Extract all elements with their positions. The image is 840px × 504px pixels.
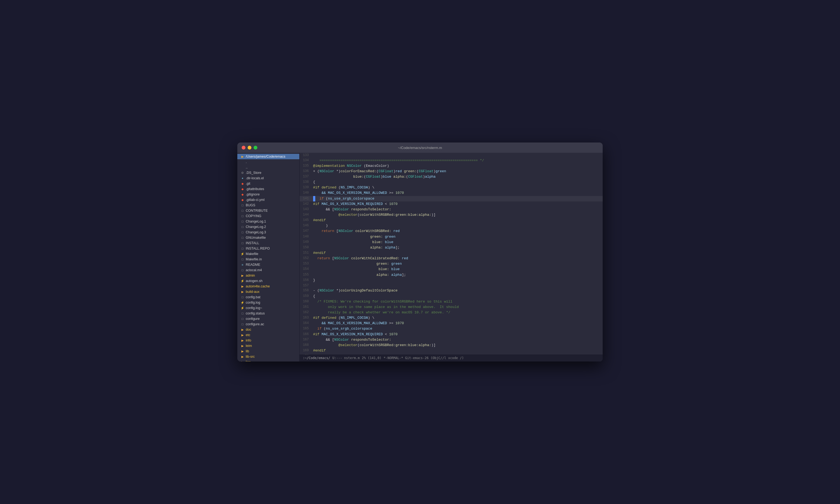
status-mode: *-NORMAL-* Git-emacs-26 (ObjC//l xcode /…	[384, 356, 464, 360]
git-icon: ◆	[241, 198, 244, 202]
sidebar-item-label: /Users/james/Code/emacs	[246, 155, 285, 159]
code-line-139: 139 #if defined (NS_IMPL_COCOA) \	[300, 185, 603, 190]
file-icon: □	[241, 236, 244, 239]
code-line-150: 150 alpha: alpha];	[300, 245, 603, 250]
script-icon: ⚡	[241, 279, 244, 283]
sidebar-item-etc[interactable]: ▶ etc	[237, 332, 299, 338]
sidebar-item-label: .	[246, 160, 247, 164]
code-line-168: 168 @selector(colorWithSRGBRed:green:blu…	[300, 343, 603, 348]
script-icon: ⚡	[241, 301, 244, 304]
sidebar-item-label: lib	[246, 349, 249, 353]
sidebar-item-label: leim	[246, 344, 252, 348]
sidebar-item-admin[interactable]: ▶ admin	[237, 273, 299, 278]
sidebar-item-config-log-bak[interactable]: ⚡ config.log~	[237, 305, 299, 311]
gear-icon: ⚙	[241, 171, 244, 175]
sidebar-item-contribute[interactable]: □ CONTRIBUTE	[237, 208, 299, 213]
sidebar-item-leim[interactable]: ▶ leim	[237, 343, 299, 348]
file-tree-sidebar[interactable]: ▶ /Users/james/Code/emacs . .. ⚙ .DS_Sto…	[237, 153, 300, 361]
sidebar-item-label: ChangeLog.2	[246, 225, 266, 229]
sidebar-item-dotdot[interactable]: ..	[237, 165, 299, 170]
sidebar-item-label: GNUmakefile	[246, 236, 266, 239]
git-icon: ◆	[241, 182, 244, 185]
file-icon: □	[241, 257, 244, 261]
sidebar-item-bugs[interactable]: □ BUGS	[237, 202, 299, 208]
sidebar-item-gnumakefile[interactable]: □ GNUmakefile	[237, 235, 299, 240]
sidebar-item-aclocal[interactable]: □ aclocal.m4	[237, 267, 299, 273]
sidebar-item-label: config.bat	[246, 295, 260, 299]
sidebar-item-label: info	[246, 339, 251, 342]
sidebar-item-configure-ac[interactable]: □ configure.ac	[237, 322, 299, 327]
sidebar-item-changelog3[interactable]: □ ChangeLog.3	[237, 230, 299, 235]
readme-icon: ≡	[241, 263, 244, 267]
sidebar-item-config-bat[interactable]: □ config.bat	[237, 294, 299, 300]
file-icon: □	[241, 203, 244, 207]
file-icon: □	[241, 241, 244, 245]
code-line-144: 144 @selector(colorWithSRGBRed:green:blu…	[300, 212, 603, 218]
sidebar-item-install-repo[interactable]: □ INSTALL.REPO	[237, 246, 299, 251]
sidebar-item-gitlab-ci[interactable]: ◆ .gitlab-ci.yml	[237, 197, 299, 202]
sidebar-item-label: lib-src	[246, 355, 255, 359]
sidebar-item-label: .DS_Store	[246, 171, 261, 175]
status-bar: :~/Code/emacs/ U:--- nsterm.m 2% (141,0)…	[300, 355, 603, 361]
script-icon: ⚡	[241, 306, 244, 310]
sidebar-item-readme[interactable]: ≡ README	[237, 262, 299, 267]
sidebar-item-gitattributes[interactable]: ◆ .gitattributes	[237, 186, 299, 192]
file-icon	[241, 160, 244, 164]
sidebar-item-git[interactable]: ◆ .git	[237, 181, 299, 186]
sidebar-item-label: INSTALL.REPO	[246, 247, 270, 250]
sidebar-item-label: lisp	[246, 360, 251, 361]
sidebar-item-label: ..	[246, 165, 248, 169]
sidebar-item-root[interactable]: ▶ /Users/james/Code/emacs	[237, 154, 299, 159]
sidebar-item-config-status[interactable]: □ config.status	[237, 311, 299, 316]
file-icon: □	[241, 322, 244, 326]
sidebar-item-label: INSTALL	[246, 241, 259, 245]
folder-icon: ▶	[241, 274, 244, 277]
sidebar-item-config-log[interactable]: ⚡ config.log	[237, 300, 299, 305]
code-line-141: 141 if (ns_use_srgb_colorspace	[300, 196, 603, 201]
sidebar-item-configure[interactable]: □ configure	[237, 316, 299, 322]
code-editor[interactable]: 133 134 ================================…	[300, 153, 603, 355]
sidebar-item-lib[interactable]: ▶ lib	[237, 348, 299, 354]
makefile-icon: ⚡	[241, 252, 244, 256]
code-line-161: 161 only work in the same place as in th…	[300, 304, 603, 310]
sidebar-item-autom4te[interactable]: ▶ autom4te.cache	[237, 284, 299, 289]
sidebar-item-changelog2[interactable]: □ ChangeLog.2	[237, 224, 299, 230]
sidebar-item-build-aux[interactable]: ▶ build-aux	[237, 289, 299, 294]
sidebar-item-doc[interactable]: ▶ doc	[237, 327, 299, 332]
code-line-164: 164 && MAC_OS_X_VERSION_MAX_ALLOWED >= 1…	[300, 321, 603, 326]
file-icon: □	[241, 219, 244, 223]
sidebar-item-autogen[interactable]: ⚡ autogen.sh	[237, 278, 299, 284]
code-line-140: 140 && MAC_OS_X_VERSION_MAX_ALLOWED >= 1…	[300, 190, 603, 196]
minimize-button[interactable]	[248, 146, 251, 149]
sidebar-item-label: build-aux	[246, 290, 260, 294]
git-icon: ◆	[241, 193, 244, 196]
sidebar-item-lisp[interactable]: ▶ lisp	[237, 359, 299, 361]
code-line-159: 159 {	[300, 294, 603, 299]
sidebar-item-copying[interactable]: □ COPYING	[237, 213, 299, 219]
sidebar-item-label: autogen.sh	[246, 279, 262, 283]
sidebar-item-label: CONTRIBUTE	[246, 209, 268, 213]
sidebar-item-lib-src[interactable]: ▶ lib-src	[237, 354, 299, 359]
maximize-button[interactable]	[253, 146, 257, 149]
code-line-162: 162 really be a check whether we're on m…	[300, 310, 603, 315]
sidebar-item-ds-store[interactable]: ⚙ .DS_Store	[237, 170, 299, 176]
window-title: ~/Code/emacs/src/nsterm.m	[398, 146, 442, 150]
sidebar-item-info[interactable]: ▶ info	[237, 338, 299, 343]
sidebar-item-label: config.log	[246, 301, 260, 304]
sidebar-item-makefile-in[interactable]: □ Makefile.in	[237, 257, 299, 262]
code-line-155: 155 alpha: alpha];	[300, 272, 603, 278]
folder-icon: ▶	[241, 339, 244, 342]
sidebar-item-gitignore[interactable]: ◆ .gitignore	[237, 192, 299, 197]
sidebar-item-changelog1[interactable]: □ ChangeLog.1	[237, 219, 299, 224]
sidebar-item-label: COPYING	[246, 214, 261, 218]
close-button[interactable]	[242, 146, 245, 149]
git-icon: ◆	[241, 187, 244, 191]
folder-icon: ▶	[241, 360, 244, 361]
sidebar-item-makefile[interactable]: ⚡ Makefile	[237, 251, 299, 257]
sidebar-item-dot[interactable]: .	[237, 159, 299, 165]
sidebar-item-dir-locals[interactable]: ✦ .dir-locals.el	[237, 176, 299, 181]
sidebar-item-install[interactable]: □ INSTALL	[237, 240, 299, 246]
file-icon: □	[241, 225, 244, 229]
sidebar-item-label: .dir-locals.el	[246, 176, 264, 180]
code-line-138: 138 {	[300, 180, 603, 185]
